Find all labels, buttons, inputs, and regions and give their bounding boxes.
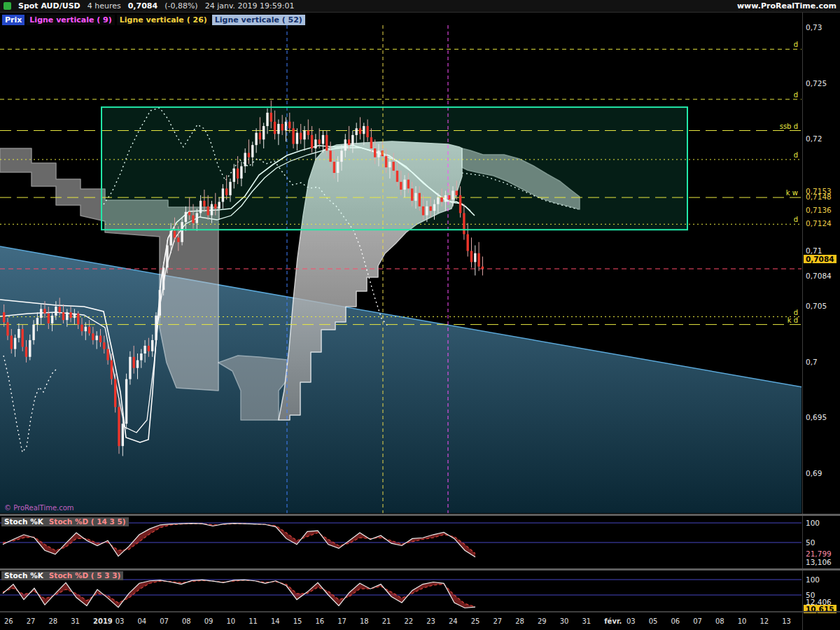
date-label: 31 [582,617,592,625]
legend-item-vertical-9[interactable]: Ligne verticale ( 9) [27,15,114,25]
legend-item-vertical-52[interactable]: Ligne verticale ( 52) [212,15,305,25]
date-label: 28 [49,617,58,625]
price-label: 0,7124 [806,219,832,227]
legend-item-prix[interactable]: Prix [2,15,24,25]
date-label: 07 [160,617,169,625]
level-label: d [794,151,798,159]
chart-canvas[interactable]: ddssb ddk wddk d [0,0,840,630]
date-label: 21 [382,617,391,625]
stoch2-d-label: Stoch %D ( 5 3 3) [49,571,121,580]
price-label: 0,72 [806,134,822,143]
price-label: 50 [806,538,815,547]
panel-separator [0,611,840,612]
price-label: 0,7136 [806,206,832,214]
date-label: 09 [204,617,214,625]
price-label: 0,7084 [804,255,836,263]
date-label: 10 [738,617,747,625]
level-label: k d [788,316,798,324]
prorealtime-link[interactable]: www.ProRealTime.com [737,1,836,10]
price-label: 0,695 [806,413,827,421]
date-label: 13 [782,617,791,625]
level-label: d [794,216,798,223]
date-label: 26 [4,617,13,625]
date-label: 03 [626,617,636,625]
instrument-name: Spot AUD/USD [18,1,80,10]
date-label: 22 [405,617,414,625]
price-label: 0,73 [806,23,822,31]
prorealtime-window: ddssb ddk wddk d Spot AUD/USD 4 heures 0… [0,0,840,630]
date-label: 24 [449,617,458,625]
date-label: 11 [248,617,258,625]
price-label: 0,725 [806,79,827,88]
date-label: 04 [138,617,147,625]
last-price: 0,7084 [128,1,158,10]
watermark: © ProRealTime.com [4,504,74,512]
panel-separator[interactable] [0,568,840,570]
date-label: 08 [182,617,191,625]
date-label: 29 [538,617,547,625]
price-label: 100 [806,575,820,584]
title-bar: Spot AUD/USD 4 heures 0,7084 (-0,88%) 24… [0,0,840,13]
level-label: ssb d [780,122,798,130]
panel-separator[interactable] [0,514,840,516]
level-label: k w [786,189,798,197]
date-label: 14 [271,617,280,625]
date-label: 16 [316,617,325,625]
stoch2-header[interactable]: Stoch %KStoch %D ( 5 3 3) [1,571,123,580]
price-label: 0,69 [806,469,822,477]
date-label: 05 [649,617,658,625]
date-label: 31 [71,617,80,625]
level-label: d [794,41,798,48]
stoch1-header[interactable]: Stoch %KStoch %D ( 14 3 5) [1,517,129,526]
date-label: 30 [560,617,569,625]
date-label: 27 [27,617,36,625]
price-label: 0,71 [806,246,822,255]
date-label: 27 [493,617,503,625]
date-label: 10 [227,617,236,625]
indicator-legend: Prix Ligne verticale ( 9) Ligne vertical… [2,15,305,25]
date-label: 15 [293,617,302,625]
price-label: 100 [806,519,820,527]
date-label: 18 [360,617,369,625]
price-label: 13,106 [806,558,832,566]
quote-datetime: 24 janv. 2019 19:59:01 [205,1,295,10]
price-label: 0,7084 [806,272,832,280]
date-label: 17 [337,617,346,625]
price-label: 0,7148 [806,192,832,201]
level-label: d [794,91,798,99]
date-label: 06 [671,617,680,625]
date-label: févr. [604,617,622,625]
price-axis[interactable]: 0,730,7250,720,71530,71480,71360,71240,7… [802,0,840,630]
stoch1-k-label: Stoch %K [4,517,43,526]
date-label: 03 [115,617,125,625]
date-label: 07 [693,617,702,625]
date-label: 08 [715,617,724,625]
date-label: 23 [426,617,435,625]
date-label: 28 [515,617,524,625]
date-label: 25 [471,617,480,625]
time-axis[interactable]: 2627283120190304070809101114151617182122… [0,613,802,630]
price-change: (-0,88%) [164,1,198,10]
timeframe-label: 4 heures [88,1,121,10]
stoch2-k-label: Stoch %K [4,571,43,580]
price-label: 21,799 [806,550,832,558]
date-label: 12 [760,617,769,625]
price-label: 0,705 [806,302,827,310]
level-label: d [794,309,798,316]
instrument-icon [4,2,11,10]
legend-item-vertical-26[interactable]: Ligne verticale ( 26) [117,15,210,25]
stoch1-d-label: Stoch %D ( 14 3 5) [49,517,126,526]
date-label: 2019 [93,617,113,625]
price-label: 0,7 [806,358,818,366]
